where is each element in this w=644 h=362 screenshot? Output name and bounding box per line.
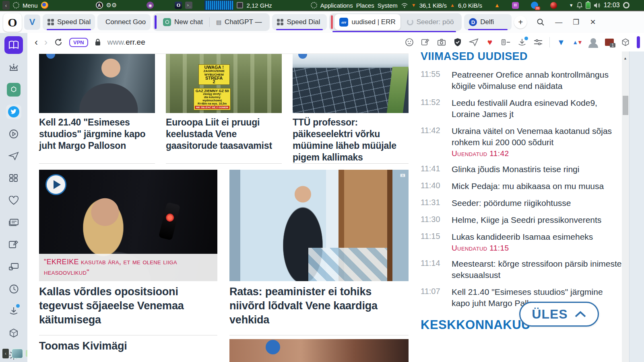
latest-news-title[interactable]: VIIMASED UUDISED bbox=[421, 51, 622, 63]
history-clock-icon[interactable] bbox=[4, 280, 23, 297]
panel-clock[interactable]: 12:03 bbox=[604, 2, 620, 9]
article-ratas[interactable]: 📷︎ Ratas: peaminister ei tohiks niivõrd … bbox=[229, 170, 409, 335]
news-list-item[interactable]: 11:31 Seeder: pöördume riigikohtusse bbox=[421, 197, 622, 209]
panel-collapse-arrow[interactable]: ‹ bbox=[2, 1, 10, 10]
article-solar[interactable]: TTÜ professor: päikeseelektri võrku müüm… bbox=[293, 54, 409, 164]
article-kallas[interactable]: "EKREIKE kasutab ära, et me olene liiga … bbox=[39, 170, 217, 335]
article-kivimagi-partial[interactable]: Toomas Kivimägi bbox=[39, 339, 217, 362]
article-title[interactable]: Kell 21.40 "Esimeses stuudios" järgmine … bbox=[39, 117, 155, 152]
article-title[interactable]: Ratas: peaminister ei tohiks niivõrd lõd… bbox=[229, 285, 409, 327]
reading-list-icon[interactable] bbox=[501, 37, 511, 47]
session-folder-icon[interactable]: 1 bbox=[605, 37, 614, 47]
opera-launcher-icon[interactable]: O bbox=[175, 2, 182, 9]
bookmarks-heart-icon[interactable] bbox=[4, 192, 23, 209]
profile-person-icon[interactable] bbox=[588, 37, 598, 47]
feedback-face-icon[interactable] bbox=[405, 37, 414, 47]
news-title[interactable]: Ukraina väitel on Venemaa kaotanud sõjas… bbox=[452, 126, 612, 147]
notifications-bell-icon[interactable] bbox=[577, 2, 582, 8]
article-title[interactable]: Kallas võrdles opositsiooni tegevust sõj… bbox=[39, 285, 217, 327]
screenshot-camera-icon[interactable] bbox=[437, 37, 446, 47]
speed-dial-grid-icon[interactable] bbox=[4, 170, 23, 187]
url-text[interactable]: www.err.ee bbox=[107, 38, 145, 47]
send-telegram-icon[interactable] bbox=[4, 148, 23, 165]
back-button[interactable]: ‹ bbox=[35, 37, 38, 48]
news-title[interactable]: Mick Pedaja: mu abikaasa on mu muusa bbox=[452, 181, 604, 191]
windows-panel-icon[interactable] bbox=[4, 258, 23, 275]
article-title[interactable]: Toomas Kivimägi bbox=[39, 339, 217, 353]
shield-check-icon[interactable] bbox=[453, 37, 462, 47]
article-partial-image[interactable] bbox=[229, 339, 409, 362]
chatgpt-panel-button[interactable] bbox=[4, 81, 23, 98]
places-menu[interactable]: Places bbox=[356, 2, 374, 9]
news-title[interactable]: Leedu festivalil Audra esinevad Kode9, L… bbox=[452, 98, 597, 119]
reading-list-panel-button[interactable] bbox=[4, 36, 23, 54]
mail-tray-icon[interactable]: 35 bbox=[531, 2, 538, 9]
news-list-item[interactable]: 11:55 Peatreener Orefice annab kontrollm… bbox=[421, 69, 622, 92]
terminal-launcher-icon[interactable]: >_ bbox=[185, 2, 192, 9]
applications-menu[interactable]: Applications bbox=[320, 2, 353, 9]
news-list-item[interactable]: 11:41 Glinka jõudis Monastiris teise rin… bbox=[421, 164, 622, 175]
tor-browser-icon[interactable]: ◉ bbox=[147, 2, 154, 9]
volume-icon[interactable] bbox=[594, 2, 601, 8]
scrollbar-thumb[interactable] bbox=[623, 96, 628, 115]
cube-icon[interactable] bbox=[4, 325, 23, 341]
opera-window-button[interactable]: O bbox=[3, 13, 22, 32]
traffic-arrows-icon[interactable]: ▲▼ bbox=[572, 37, 582, 47]
article-gas-pipes[interactable]: UWAGA ! ZAGROŻENIE WYBUCHEM STREFA 2 GAZ… bbox=[166, 54, 282, 164]
menu-button[interactable]: Menu bbox=[23, 2, 38, 9]
system-menu[interactable]: System bbox=[378, 2, 398, 9]
settings-gears-icon[interactable]: ⚙⚙ bbox=[106, 2, 117, 9]
reload-button[interactable] bbox=[54, 38, 63, 47]
audio-app-tray-icon[interactable]: ‖‖ bbox=[512, 2, 519, 9]
news-list-item[interactable]: 11:52 Leedu festivalil Audra esinevad Ko… bbox=[421, 97, 622, 120]
page-actions-sliders-icon[interactable] bbox=[533, 37, 543, 47]
article-image-kallas[interactable]: "EKREIKE kasutab ära, et me olene liiga … bbox=[39, 170, 217, 281]
minimize-button[interactable]: — bbox=[555, 18, 562, 27]
notes-card-icon[interactable] bbox=[4, 214, 23, 231]
system-monitor-graph[interactable] bbox=[204, 0, 233, 10]
tab-speed-dial-1[interactable]: Speed Dial bbox=[43, 14, 95, 30]
lock-icon[interactable] bbox=[95, 38, 101, 46]
twitter-panel-button[interactable] bbox=[4, 103, 23, 120]
downloads-button[interactable] bbox=[517, 37, 527, 47]
news-list-item[interactable]: 11:30 Helme, Kiige ja Seedri pressikonve… bbox=[421, 214, 622, 226]
news-list-item[interactable]: 11:40 Mick Pedaja: mu abikaasa on mu muu… bbox=[421, 181, 622, 192]
article-palloson[interactable]: Kell 21.40 "Esimeses stuudios" järgmine … bbox=[39, 54, 155, 164]
video-play-button[interactable] bbox=[45, 174, 66, 195]
bookmark-pen-icon[interactable] bbox=[4, 236, 23, 253]
article-image-partial[interactable] bbox=[229, 339, 409, 362]
article-title[interactable]: TTÜ professor: päikeseelektri võrku müüm… bbox=[293, 117, 409, 163]
article-image-gas-pipes[interactable]: UWAGA ! ZAGROŻENIE WYBUCHEM STREFA 2 GAZ… bbox=[166, 54, 282, 113]
tab-new-chat[interactable]: New chat bbox=[158, 14, 208, 30]
news-title[interactable]: Glinka jõudis Monastiris teise ringi bbox=[452, 165, 579, 174]
network-applet-icon[interactable]: ▼ bbox=[569, 3, 574, 8]
vpn-badge[interactable]: VPN bbox=[69, 38, 88, 47]
tab-chatgpt[interactable]: ▤ ChatGPT — bbox=[211, 14, 267, 30]
news-title[interactable]: Helme, Kiige ja Seedri pressikonverents bbox=[452, 215, 601, 224]
firefox-launcher-icon[interactable] bbox=[41, 2, 48, 9]
news-title[interactable]: Lukas kandideerib Isamaa esimeheks bbox=[452, 232, 593, 241]
battery-icon[interactable] bbox=[586, 2, 590, 9]
maximize-button[interactable]: ❐ bbox=[573, 18, 579, 27]
article-title[interactable]: Euroopa Liit ei pruugi keelustada Vene g… bbox=[166, 117, 282, 152]
tab-connect[interactable]: Connect Goo bbox=[97, 14, 151, 30]
workspace-switcher[interactable] bbox=[12, 349, 23, 358]
extension-cube-icon[interactable] bbox=[621, 37, 630, 47]
news-list-item[interactable]: 11:15 Lukas kandideerib Isamaa esimeheks… bbox=[421, 231, 622, 253]
scroll-to-top-button[interactable]: ÜLES bbox=[519, 302, 599, 327]
news-title[interactable]: Meestearst: kõrge stressifoon pärsib ini… bbox=[452, 259, 622, 280]
news-list-item[interactable]: 11:42 Ukraina väitel on Venemaa kaotanud… bbox=[421, 125, 622, 158]
panel-handle[interactable] bbox=[637, 36, 640, 48]
forward-button[interactable]: › bbox=[44, 37, 47, 48]
vlc-tray-icon[interactable]: ▲ bbox=[494, 2, 500, 8]
search-tool-icon[interactable]: A bbox=[96, 2, 103, 9]
tab-uudised-err-active[interactable]: err uudised | ERR bbox=[334, 14, 400, 30]
crown-icon[interactable] bbox=[4, 59, 23, 76]
bookmark-page-icon[interactable] bbox=[421, 37, 430, 47]
vivaldi-extension-icon[interactable]: ▼ bbox=[556, 37, 566, 47]
favorite-heart-icon[interactable]: ♥ bbox=[485, 37, 495, 47]
article-image-solar[interactable] bbox=[293, 54, 409, 113]
vertical-scrollbar[interactable]: ▲ bbox=[622, 51, 629, 362]
new-tab-button[interactable]: + bbox=[514, 16, 527, 29]
tab-search-icon[interactable] bbox=[537, 18, 545, 26]
